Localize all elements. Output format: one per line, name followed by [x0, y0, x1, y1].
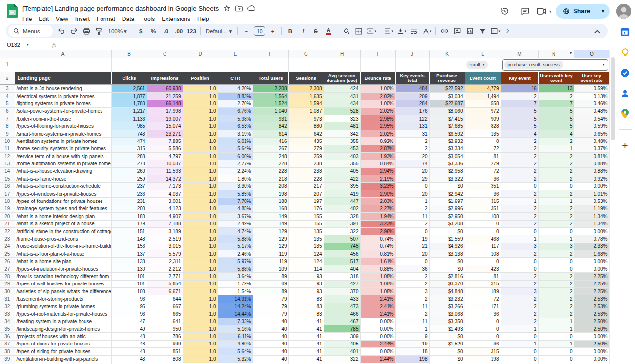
- cell[interactable]: $3,054: [429, 153, 465, 160]
- cell[interactable]: 137: [111, 250, 147, 258]
- row-header[interactable]: 4: [0, 92, 15, 100]
- cell[interactable]: 2: [501, 138, 538, 145]
- cell[interactable]: $2,958: [429, 167, 465, 175]
- cell[interactable]: 2: [538, 220, 574, 227]
- cell[interactable]: /types-of-wall-finishes-for-private-hous…: [15, 280, 111, 287]
- cell[interactable]: 401: [324, 348, 360, 355]
- cell[interactable]: [253, 58, 288, 72]
- cell[interactable]: 3.19%: [218, 130, 253, 137]
- menu-view[interactable]: View: [52, 15, 72, 23]
- cell[interactable]: 2: [538, 273, 574, 280]
- cell[interactable]: 507: [324, 235, 360, 243]
- cell[interactable]: 0.48%: [574, 107, 609, 115]
- cell[interactable]: 228: [288, 175, 324, 182]
- cell[interactable]: 5.17%: [218, 243, 253, 250]
- cell[interactable]: 3.64%: [218, 273, 253, 280]
- cell[interactable]: 2.25%: [574, 288, 609, 295]
- cell[interactable]: 2,561: [111, 85, 147, 92]
- cell[interactable]: 14.44%: [218, 310, 253, 318]
- cell[interactable]: 2.53%: [574, 310, 609, 318]
- cell[interactable]: 1: [538, 235, 574, 243]
- cell[interactable]: 2.33%: [574, 243, 609, 250]
- row-header[interactable]: 39: [0, 355, 15, 363]
- cell[interactable]: 7,173: [147, 182, 183, 190]
- cell[interactable]: 109: [253, 265, 288, 272]
- cell[interactable]: 176: [395, 107, 429, 115]
- cell[interactable]: $3,322: [429, 175, 465, 182]
- cell[interactable]: 96: [111, 310, 147, 318]
- cell[interactable]: 7,188: [147, 220, 183, 227]
- cell[interactable]: 228: [253, 160, 288, 167]
- cell[interactable]: 43: [111, 355, 147, 363]
- cell[interactable]: 1.0: [183, 107, 218, 115]
- column-filter-arrow[interactable]: ▼: [569, 51, 573, 55]
- cell[interactable]: 851: [147, 348, 183, 355]
- cell[interactable]: 168: [253, 205, 288, 212]
- share-button[interactable]: Share ▼: [556, 4, 610, 19]
- cell[interactable]: 481: [324, 122, 360, 130]
- cell[interactable]: 2: [501, 310, 538, 318]
- cell[interactable]: scroll▾: [465, 58, 501, 72]
- cell[interactable]: 1: [501, 235, 538, 243]
- cell[interactable]: 745: [324, 243, 360, 250]
- cell[interactable]: 155: [288, 220, 324, 227]
- cell[interactable]: 985: [111, 122, 147, 130]
- cell[interactable]: 0: [465, 318, 501, 325]
- cell[interactable]: /what-is-a-home-construction-schedule: [15, 182, 111, 190]
- cell[interactable]: 0: [538, 333, 574, 340]
- cell[interactable]: 2: [538, 213, 574, 220]
- cell[interactable]: 1.0: [183, 355, 218, 363]
- cell[interactable]: 2.25%: [574, 273, 609, 280]
- row-header[interactable]: 9: [0, 130, 15, 137]
- cell[interactable]: 1.0: [183, 115, 218, 122]
- cell[interactable]: 1.0: [183, 100, 218, 107]
- italic-button[interactable]: I: [297, 25, 309, 37]
- menu-format[interactable]: Format: [93, 15, 119, 23]
- menu-extensions[interactable]: Extensions: [158, 15, 194, 23]
- cell[interactable]: /solar-power-systems-for-private-homes: [15, 107, 111, 115]
- cell[interactable]: 1.0: [183, 85, 218, 92]
- cell[interactable]: 2: [395, 273, 429, 280]
- cell[interactable]: 1: [501, 198, 538, 205]
- cell[interactable]: 2.50%: [574, 325, 609, 333]
- cell[interactable]: 416: [253, 138, 288, 145]
- column-header-L[interactable]: L: [465, 50, 501, 58]
- hide-menus-chevron[interactable]: [592, 26, 603, 37]
- cell[interactable]: $3,350: [429, 318, 465, 325]
- cell[interactable]: 19: [395, 340, 429, 347]
- row-header[interactable]: 18: [0, 198, 15, 205]
- cell[interactable]: $6,592: [429, 130, 465, 137]
- cell[interactable]: 149: [253, 220, 288, 227]
- cell[interactable]: 0.46%: [574, 100, 609, 107]
- cell[interactable]: $0: [429, 258, 465, 265]
- cell[interactable]: 21: [395, 243, 429, 250]
- cell[interactable]: [360, 58, 395, 72]
- cell[interactable]: /projects-of-houses-with-an-attic: [15, 333, 111, 340]
- cell[interactable]: 83: [288, 303, 324, 310]
- increase-decimal-button[interactable]: .00: [173, 25, 185, 37]
- cell[interactable]: 2: [538, 160, 574, 167]
- cell[interactable]: 129: [253, 227, 288, 235]
- cell[interactable]: 2,208: [253, 85, 288, 92]
- cell[interactable]: 667: [147, 303, 183, 310]
- cell[interactable]: 909: [465, 115, 501, 122]
- cell[interactable]: 89: [253, 288, 288, 295]
- row-header[interactable]: 24: [0, 243, 15, 250]
- cell[interactable]: 1.34%: [574, 220, 609, 227]
- cell[interactable]: 119: [253, 258, 288, 265]
- cell[interactable]: 404: [324, 265, 360, 272]
- star-icon[interactable]: [224, 5, 230, 12]
- cell[interactable]: 72: [465, 167, 501, 175]
- cell[interactable]: 2.02%: [360, 130, 395, 137]
- cell[interactable]: 41: [288, 325, 324, 333]
- cell[interactable]: [429, 58, 465, 72]
- cell[interactable]: 2: [538, 310, 574, 318]
- cell[interactable]: 81: [465, 153, 501, 160]
- cell[interactable]: 2: [501, 160, 538, 167]
- column-header-B[interactable]: B: [111, 50, 147, 58]
- cell[interactable]: 2.94%: [360, 167, 395, 175]
- cell[interactable]: 309: [324, 333, 360, 340]
- cell[interactable]: $2,942: [429, 190, 465, 197]
- cell[interactable]: 66,148: [147, 100, 183, 107]
- cell[interactable]: 1.0: [183, 182, 218, 190]
